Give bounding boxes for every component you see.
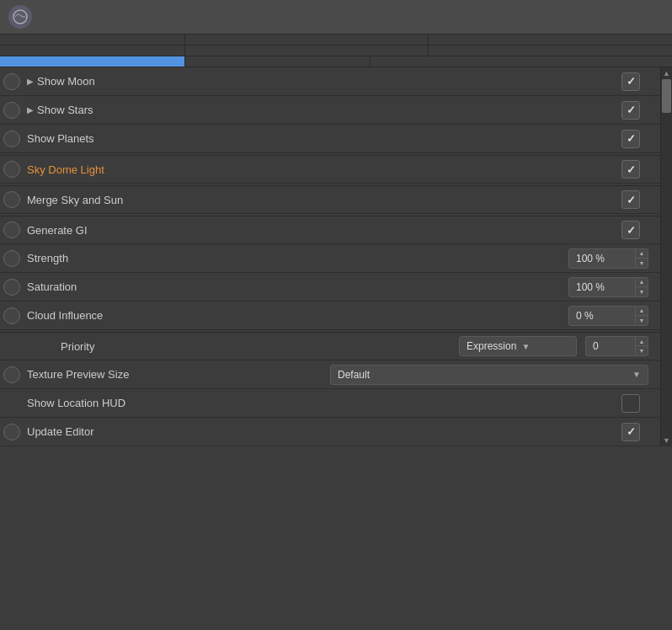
scrollbar-up[interactable]: ▲ xyxy=(661,67,673,79)
property-row-show-moon: ▶Show Moon xyxy=(0,67,660,96)
spinner-down-cloud-influence[interactable]: ▼ xyxy=(636,316,648,325)
checkbox-show-moon[interactable] xyxy=(621,72,640,91)
property-row-show-stars: ▶Show Stars xyxy=(0,96,660,125)
spinner-arrows-saturation: ▲▼ xyxy=(636,277,648,297)
radio-generate-gi[interactable] xyxy=(3,222,20,238)
tab-sun[interactable] xyxy=(185,45,429,56)
spinner-container-saturation: 100 %▲▼ xyxy=(568,277,648,297)
property-row-generate-gi: Generate GI xyxy=(0,216,660,244)
expand-arrow-show-stars[interactable]: ▶ xyxy=(27,105,34,115)
spinner-field-priority-num[interactable]: 0 xyxy=(585,336,636,356)
tab-fog[interactable] xyxy=(185,56,371,67)
property-row-show-location-hud: Show Location HUD xyxy=(0,389,660,418)
tab-details[interactable] xyxy=(0,56,185,67)
label-show-stars: ▶Show Stars xyxy=(25,104,621,116)
property-row-priority: PriorityExpression▼0▲▼ xyxy=(0,332,660,360)
tab-empty xyxy=(371,56,672,67)
spinner-up-strength[interactable]: ▲ xyxy=(636,249,648,259)
scrollbar[interactable]: ▲ ▼ xyxy=(660,67,672,446)
label-show-planets: Show Planets xyxy=(25,132,621,145)
property-row-merge-sky-sun: Merge Sky and Sun xyxy=(0,185,660,214)
property-row-update-editor: Update Editor xyxy=(0,418,660,446)
spinner-down-strength[interactable]: ▼ xyxy=(636,259,648,268)
tab-coord[interactable] xyxy=(185,35,429,45)
radio-update-editor[interactable] xyxy=(3,424,20,440)
property-row-saturation: Saturation100 %▲▼ xyxy=(0,273,660,302)
app-icon xyxy=(8,5,32,29)
label-text-show-stars: Show Stars xyxy=(37,104,93,116)
dropdown-arrow-priority: ▼ xyxy=(521,342,530,351)
radio-merge-sky-sun[interactable] xyxy=(3,191,20,208)
tab-row-3 xyxy=(0,56,672,67)
spinner-field-strength[interactable]: 100 % xyxy=(568,248,636,269)
properties-panel: ▶Show Moon▶Show StarsShow PlanetsSky Dom… xyxy=(0,67,660,446)
label-generate-gi: Generate GI xyxy=(25,224,621,237)
scrollbar-thumb[interactable] xyxy=(662,79,671,113)
spinner-up-priority-num[interactable]: ▲ xyxy=(636,337,648,346)
main-container: ▶Show Moon▶Show StarsShow PlanetsSky Dom… xyxy=(0,35,672,446)
dropdown-priority[interactable]: Expression▼ xyxy=(459,336,577,356)
property-row-cloud-influence: Cloud Influence0 %▲▼ xyxy=(0,302,660,330)
label-priority: Priority xyxy=(59,340,451,353)
label-sky-dome-light: Sky Dome Light xyxy=(25,163,621,176)
label-strength: Strength xyxy=(25,252,568,264)
spinner-up-saturation[interactable]: ▲ xyxy=(636,278,648,287)
dropdown-arrow-texture-preview-size: ▼ xyxy=(632,370,641,379)
spinner-down-priority-num[interactable]: ▼ xyxy=(636,346,648,355)
radio-show-moon[interactable] xyxy=(3,73,20,90)
property-row-sky-dome-light: Sky Dome Light xyxy=(0,155,660,184)
checkbox-show-stars[interactable] xyxy=(621,101,640,120)
spinner-container-priority-num: 0▲▼ xyxy=(585,336,648,356)
checkbox-update-editor[interactable] xyxy=(621,423,640,441)
label-text-show-moon: Show Moon xyxy=(37,75,95,88)
title-bar xyxy=(0,0,672,35)
radio-texture-preview-size[interactable] xyxy=(3,366,20,383)
radio-cloud-influence[interactable] xyxy=(3,307,20,324)
scrollbar-down[interactable]: ▼ xyxy=(661,435,673,446)
checkbox-show-location-hud[interactable] xyxy=(621,394,640,413)
label-merge-sky-sun: Merge Sky and Sun xyxy=(25,194,621,206)
spinner-arrows-cloud-influence: ▲▼ xyxy=(636,306,648,326)
spinner-field-saturation[interactable]: 100 % xyxy=(568,277,636,297)
label-update-editor: Update Editor xyxy=(25,425,621,438)
radio-show-planets[interactable] xyxy=(3,131,20,147)
dropdown-value-texture-preview-size: Default xyxy=(338,369,370,381)
tab-clouds[interactable] xyxy=(429,45,672,56)
label-cloud-influence: Cloud Influence xyxy=(25,309,568,322)
property-row-strength: Strength100 %▲▼ xyxy=(0,244,660,273)
tab-time-location[interactable] xyxy=(429,35,672,45)
checkbox-generate-gi[interactable] xyxy=(621,221,640,239)
radio-saturation[interactable] xyxy=(3,279,20,296)
label-texture-preview-size: Texture Preview Size xyxy=(25,368,330,381)
label-saturation: Saturation xyxy=(25,280,568,293)
scrollbar-track xyxy=(661,79,672,435)
label-show-location-hud: Show Location HUD xyxy=(25,397,621,409)
spinner-field-cloud-influence[interactable]: 0 % xyxy=(568,306,636,326)
checkbox-merge-sky-sun[interactable] xyxy=(621,190,640,209)
property-row-show-planets: Show Planets xyxy=(0,125,660,153)
tab-coords-info[interactable] xyxy=(0,35,185,45)
radio-strength[interactable] xyxy=(3,250,20,267)
property-row-texture-preview-size: Texture Preview SizeDefault▼ xyxy=(0,360,660,389)
radio-sky-dome-light[interactable] xyxy=(3,161,20,178)
label-show-moon: ▶Show Moon xyxy=(25,75,621,88)
dropdown-texture-preview-size[interactable]: Default▼ xyxy=(330,365,648,385)
expand-arrow-show-moon[interactable]: ▶ xyxy=(27,77,34,86)
spinner-arrows-strength: ▲▼ xyxy=(636,248,648,269)
spinner-down-saturation[interactable]: ▼ xyxy=(636,287,648,296)
tab-sky[interactable] xyxy=(0,45,185,56)
dropdown-value-priority: Expression xyxy=(467,340,516,352)
tab-row-2 xyxy=(0,45,672,56)
content-area: ▶Show Moon▶Show StarsShow PlanetsSky Dom… xyxy=(0,67,672,446)
checkbox-sky-dome-light[interactable] xyxy=(621,160,640,179)
spinner-container-cloud-influence: 0 %▲▼ xyxy=(568,306,648,326)
spinner-up-cloud-influence[interactable]: ▲ xyxy=(636,307,648,316)
spinner-arrows-priority-num: ▲▼ xyxy=(636,336,648,356)
radio-show-stars[interactable] xyxy=(3,102,20,119)
checkbox-show-planets[interactable] xyxy=(621,130,640,148)
spinner-container-strength: 100 %▲▼ xyxy=(568,248,648,269)
tab-row-1 xyxy=(0,35,672,45)
